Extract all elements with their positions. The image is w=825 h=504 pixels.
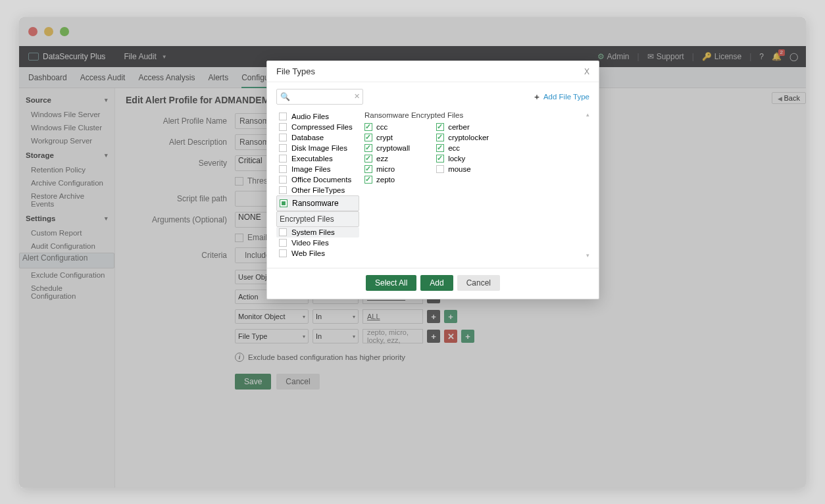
file-ext-label: ecc	[448, 144, 460, 152]
file-ext-row[interactable]: ecc	[436, 143, 489, 153]
category-office-docs[interactable]: Office Documents	[276, 174, 359, 185]
file-ext-label: crypt	[376, 134, 393, 141]
add-button[interactable]: Add	[420, 275, 453, 291]
detail-header: Ransomware Encrypted Files	[364, 111, 589, 119]
checkbox-icon	[364, 155, 372, 163]
checkbox-icon	[364, 123, 372, 131]
file-ext-label: micro	[376, 165, 395, 173]
checkbox-icon	[436, 123, 444, 131]
file-ext-label: cerber	[448, 123, 470, 131]
add-file-type-link[interactable]: ＋ Add File Type	[533, 92, 589, 102]
checkbox-icon	[436, 165, 444, 173]
scroll-up-icon[interactable]: ▴	[586, 111, 589, 118]
file-ext-label: mouse	[448, 165, 471, 173]
file-ext-row[interactable]: mouse	[436, 164, 489, 174]
plus-icon: ＋	[533, 92, 541, 102]
modal-cancel-button[interactable]: Cancel	[457, 275, 500, 291]
checkbox-icon	[364, 165, 372, 173]
category-audio[interactable]: Audio Files	[276, 111, 359, 122]
category-image-files[interactable]: Image Files	[276, 164, 359, 174]
select-all-button[interactable]: Select All	[366, 275, 416, 291]
file-ext-label: ccc	[376, 123, 388, 131]
category-video-files[interactable]: Video Files	[276, 238, 359, 248]
file-ext-label: cryptowall	[376, 144, 410, 152]
file-ext-row[interactable]: cerber	[436, 122, 489, 132]
file-ext-label: locky	[448, 155, 465, 163]
category-executables[interactable]: Executables	[276, 153, 359, 164]
category-ransomware[interactable]: Ransomware	[276, 195, 359, 211]
category-system-files[interactable]: System Files	[276, 227, 359, 238]
category-database[interactable]: Database	[276, 132, 359, 143]
checkbox-icon	[436, 144, 444, 152]
modal-title: File Types	[276, 66, 315, 76]
category-disk-image[interactable]: Disk Image Files	[276, 143, 359, 153]
file-ext-row[interactable]: micro	[364, 164, 410, 174]
category-other-filetypes[interactable]: Other FileTypes	[276, 185, 359, 195]
detail-panel: Ransomware Encrypted Files ccccryptcrypt…	[364, 111, 589, 259]
scroll-down-icon[interactable]: ▾	[586, 252, 589, 259]
search-box: 🔍 ✕	[276, 89, 363, 105]
file-ext-row[interactable]: ccc	[364, 122, 410, 132]
category-web-files[interactable]: Web Files	[276, 248, 359, 259]
checkbox-icon	[364, 176, 372, 184]
file-ext-label: ezz	[376, 155, 388, 163]
file-ext-row[interactable]: zepto	[364, 174, 410, 185]
clear-icon[interactable]: ✕	[354, 92, 360, 101]
file-types-modal: File Types X 🔍 ✕ ＋ Add File Type Audio F…	[266, 61, 599, 299]
file-ext-row[interactable]: crypt	[364, 132, 410, 143]
file-ext-row[interactable]: ezz	[364, 153, 410, 164]
category-encrypted-files[interactable]: Encrypted Files	[276, 211, 359, 227]
file-ext-label: cryptolocker	[448, 134, 489, 141]
checkbox-icon	[364, 134, 372, 141]
scrollbar[interactable]: ▴▾	[584, 111, 591, 259]
file-ext-row[interactable]: cryptowall	[364, 143, 410, 153]
category-compressed[interactable]: Compressed Files	[276, 122, 359, 132]
checkbox-icon	[436, 134, 444, 141]
file-ext-row[interactable]: locky	[436, 153, 489, 164]
modal-footer: Select All Add Cancel	[267, 268, 599, 299]
close-icon[interactable]: X	[584, 67, 589, 76]
modal-header: File Types X	[267, 61, 599, 82]
checkbox-icon	[436, 155, 444, 163]
file-ext-label: zepto	[376, 176, 395, 184]
app-window: DataSecurity Plus File Audit ▼ ⚙ Admin |…	[19, 17, 806, 488]
checkbox-icon	[364, 144, 372, 152]
category-list: Audio Files Compressed Files Database Di…	[276, 111, 359, 259]
file-ext-row[interactable]: cryptolocker	[436, 132, 489, 143]
search-icon: 🔍	[280, 92, 290, 101]
